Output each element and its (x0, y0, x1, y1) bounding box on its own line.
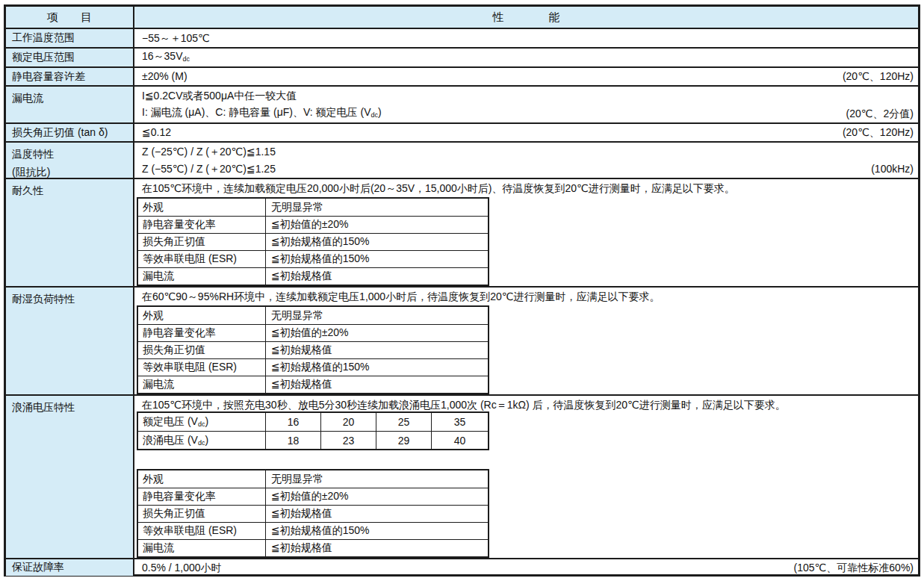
criteria-item: 静电容量变化率 (138, 325, 266, 341)
failure-rate-condition: (105℃、可靠性标准60%) (794, 559, 914, 576)
row-rated-voltage: 额定电压范围 16～35Vdc (6, 47, 918, 66)
temperature-condition: (100kHz) (871, 161, 914, 178)
criteria-item: 外观 (138, 307, 266, 324)
cap-tolerance-value: ±20% (M) (142, 68, 187, 85)
leakage-formula: I≦0.2CV或者500μA中任一较大值 (142, 87, 297, 105)
humidity-label: 耐湿负荷特性 (6, 288, 134, 394)
criteria-value: ≦初始规格值的150% (266, 523, 488, 539)
operating-temp-value: −55～＋105℃ (142, 29, 210, 47)
rated-voltage-value: 35 (432, 413, 488, 431)
header-item: 项 目 (6, 7, 134, 28)
criteria-item: 静电容量变化率 (138, 217, 266, 233)
criteria-item: 等效串联电阻 (ESR) (138, 359, 266, 376)
criteria-value: ≦初始值的±20% (266, 325, 488, 341)
criteria-value: ≦初始规格值 (266, 268, 488, 285)
temperature-z25: Z (−25℃) / Z (＋20℃)≦1.15 (142, 143, 276, 161)
row-durability: 耐久性 在105℃环境中，连续加载额定电压20,000小时后(20～35V，15… (6, 178, 918, 286)
temperature-label: 温度特性(阻抗比) (6, 143, 134, 178)
criteria-item: 损失角正切值 (138, 506, 266, 522)
table-header-row: 项 目 性 能 (6, 7, 918, 28)
criteria-value: ≦初始值的±20% (266, 488, 488, 505)
criteria-value: ≦初始规格值的150% (266, 234, 488, 250)
criteria-item: 外观 (138, 199, 266, 216)
temperature-z55: Z (−55℃) / Z (＋20℃)≦1.25 (142, 161, 276, 178)
header-performance: 性 能 (134, 7, 918, 28)
row-temperature: 温度特性(阻抗比) Z (−25℃) / Z (＋20℃)≦1.15 Z (−5… (6, 141, 918, 178)
surge-voltage-row-label: 浪涌电压 (Vdc) (138, 432, 266, 449)
criteria-item: 漏电流 (138, 540, 266, 556)
criteria-item: 外观 (138, 470, 266, 488)
rated-voltage-value: 20 (321, 413, 376, 431)
criteria-value: ≦初始规格值 (266, 342, 488, 358)
surge-voltage-table: 额定电压 (Vdc) 16 20 25 35 浪涌电压 (Vdc) 18 23 … (137, 411, 489, 450)
rated-voltage-value: 25 (376, 413, 432, 431)
criteria-value: ≦初始值的±20% (266, 217, 488, 233)
surge-voltage-row: 浪涌电压 (Vdc) 18 23 29 40 (138, 431, 488, 449)
humidity-criteria-table: 外观无明显异常 静电容量变化率≦初始值的±20% 损失角正切值≦初始规格值 等效… (137, 305, 489, 394)
criteria-value: ≦初始规格值的150% (266, 359, 488, 376)
surge-label: 浪涌电压特性 (6, 396, 134, 558)
surge-conditions: 在105℃环境中，按照充电30秒、放电5分30秒连续加载浪涌电压1,000次 (… (134, 396, 918, 411)
surge-voltage-value: 40 (432, 432, 488, 449)
cap-tolerance-label: 静电容量容许差 (6, 68, 134, 85)
tangent-condition: (20℃、120Hz) (843, 124, 914, 141)
criteria-value: 无明显异常 (266, 307, 488, 324)
cap-tolerance-condition: (20℃、120Hz) (843, 68, 914, 85)
criteria-value: 无明显异常 (266, 199, 488, 216)
row-leakage-current: 漏电流 I≦0.2CV或者500μA中任一较大值 I: 漏电流 (μA)、C: … (6, 85, 918, 122)
criteria-item: 损失角正切值 (138, 342, 266, 358)
durability-label: 耐久性 (6, 179, 134, 286)
rated-voltage-value: 16 (266, 413, 321, 431)
criteria-item: 静电容量变化率 (138, 488, 266, 505)
criteria-value: ≦初始规格值的150% (266, 251, 488, 267)
criteria-item: 等效串联电阻 (ESR) (138, 523, 266, 539)
durability-conditions: 在105℃环境中，连续加载额定电压20,000小时后(20～35V，15,000… (134, 179, 918, 197)
criteria-value: ≦初始规格值 (266, 376, 488, 393)
surge-voltage-value: 29 (376, 432, 432, 449)
criteria-item: 损失角正切值 (138, 234, 266, 250)
humidity-conditions: 在60℃90～95%RH环境中，连续加载额定电压1,000小时后，待温度恢复到2… (134, 288, 918, 305)
leakage-legend: I: 漏电流 (μA)、C: 静电容量 (μF)、V: 额定电压 (Vdc) (142, 104, 382, 122)
row-cap-tolerance: 静电容量容许差 ±20% (M) (20℃、120Hz) (6, 66, 918, 85)
criteria-value: ≦初始规格值 (266, 506, 488, 522)
leakage-condition: (20℃、2分值) (846, 105, 914, 122)
tangent-label: 损失角正切值 (tan δ) (6, 124, 134, 141)
rated-voltage-row: 额定电压 (Vdc) 16 20 25 35 (138, 413, 488, 431)
surge-spacer (134, 450, 918, 469)
row-tangent: 损失角正切值 (tan δ) ≦0.12 (20℃、120Hz) (6, 122, 918, 141)
rated-voltage-row-label: 额定电压 (Vdc) (138, 413, 266, 431)
criteria-item: 漏电流 (138, 268, 266, 285)
tangent-value: ≦0.12 (142, 124, 171, 141)
rated-voltage-label: 额定电压范围 (6, 49, 134, 66)
criteria-value: ≦初始规格值 (266, 540, 488, 556)
surge-voltage-value: 23 (321, 432, 376, 449)
leakage-label: 漏电流 (6, 87, 134, 122)
operating-temp-label: 工作温度范围 (6, 29, 134, 47)
row-operating-temp: 工作温度范围 −55～＋105℃ (6, 28, 918, 47)
row-failure-rate: 保证故障率 0.5% / 1,000小时 (105℃、可靠性标准60%) (6, 558, 918, 576)
row-surge: 浪涌电压特性 在105℃环境中，按照充电30秒、放电5分30秒连续加载浪涌电压1… (6, 394, 918, 558)
spec-table: 项 目 性 能 工作温度范围 −55～＋105℃ 额定电压范围 16～35Vdc… (4, 4, 920, 577)
surge-criteria-table: 外观无明显异常 静电容量变化率≦初始值的±20% 损失角正切值≦初始规格值 等效… (137, 469, 489, 558)
failure-rate-label: 保证故障率 (6, 559, 134, 576)
criteria-value: 无明显异常 (266, 470, 488, 488)
durability-criteria-table: 外观无明显异常 静电容量变化率≦初始值的±20% 损失角正切值≦初始规格值的15… (137, 197, 489, 286)
rated-voltage-value: 16～35Vdc (142, 47, 190, 66)
failure-rate-value: 0.5% / 1,000小时 (142, 559, 222, 576)
row-humidity: 耐湿负荷特性 在60℃90～95%RH环境中，连续加载额定电压1,000小时后，… (6, 286, 918, 394)
criteria-item: 等效串联电阻 (ESR) (138, 251, 266, 267)
criteria-item: 漏电流 (138, 376, 266, 393)
surge-voltage-value: 18 (266, 432, 321, 449)
